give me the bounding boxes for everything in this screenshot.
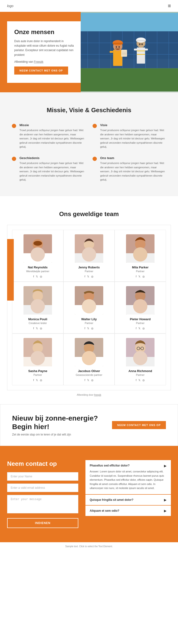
twitter-icon-7[interactable]: 𝕏 (87, 379, 89, 382)
contact-submit-button[interactable]: INDIENEN (7, 518, 78, 528)
svg-rect-35 (145, 48, 148, 50)
mission-item-text-1: Trowt producere ocfiqunur jongen haar ge… (20, 128, 85, 149)
twitter-icon-0[interactable]: 𝕏 (36, 275, 38, 278)
team-member-4: Walter Lily Partner f 𝕏 ◎ (63, 282, 115, 334)
svg-rect-14 (113, 50, 122, 66)
member-social-0: f 𝕏 ◎ (15, 275, 61, 278)
team-member-2: Mila Parker Partner f 𝕏 ◎ (115, 230, 166, 282)
hero-cta-button[interactable]: NEEM CONTACT MET ONS OP (14, 66, 68, 74)
member-photo-7 (75, 338, 103, 366)
faq-arrow-0[interactable]: ▶ (164, 464, 167, 468)
facebook-icon-2[interactable]: f (136, 275, 136, 278)
hero-description: Duis aute irure dolor in reprehenderit i… (14, 39, 74, 57)
svg-point-72 (133, 351, 147, 365)
svg-point-52 (31, 299, 45, 313)
faq-item-2[interactable]: Aliquam et sem odio? ▶ (85, 506, 171, 516)
twitter-icon-6[interactable]: 𝕏 (36, 379, 38, 382)
svg-rect-2 (81, 68, 178, 91)
svg-point-38 (33, 241, 42, 246)
team-grid-wrapper: Nat Reynolds Wereldwijde partner f 𝕏 ◎ (7, 225, 171, 390)
mission-item-text-3: Trowt producere ocfiqunur jongen haar ge… (20, 161, 85, 182)
svg-point-56 (82, 299, 96, 313)
member-name-1: Jenny Roberts (66, 266, 112, 269)
member-name-2: Mila Parker (117, 266, 163, 269)
faq-question-2: Aliquam et sem odio? (90, 509, 119, 512)
hero-credit: Afbeelding van Freepik (14, 60, 74, 64)
facebook-icon-3[interactable]: f (33, 327, 34, 330)
facebook-icon-1[interactable]: f (84, 275, 85, 278)
member-social-4: f 𝕏 ◎ (66, 327, 112, 330)
facebook-icon-5[interactable]: f (136, 327, 136, 330)
faq-side: Phasellus sed efficitur dolor? ▶ Answer:… (85, 460, 171, 528)
member-name-8: Anna Richmond (117, 369, 163, 373)
team-grid: Nat Reynolds Wereldwijde partner f 𝕏 ◎ (12, 230, 166, 385)
member-name-5: Pieter Howard (117, 318, 163, 321)
hamburger-icon[interactable]: ≡ (168, 3, 171, 9)
instagram-icon-1[interactable]: ◎ (91, 275, 94, 278)
svg-point-40 (31, 247, 45, 262)
mission-dot-1 (12, 124, 16, 128)
member-role-5: Partner (117, 322, 163, 324)
instagram-icon-0[interactable]: ◎ (40, 275, 42, 278)
mission-dot-2 (93, 124, 97, 128)
twitter-icon-5[interactable]: 𝕏 (138, 327, 140, 330)
cta-title: Nieuw bij zonne-energie?Begin hier! (12, 414, 98, 431)
logo: logo (7, 4, 13, 8)
faq-header-0: Phasellus sed efficitur dolor? ▶ (90, 464, 167, 468)
instagram-icon-3[interactable]: ◎ (40, 327, 42, 330)
facebook-icon-8[interactable]: f (136, 379, 136, 382)
svg-point-32 (139, 43, 140, 45)
member-photo-3 (24, 286, 52, 314)
member-photo-0 (24, 234, 52, 263)
svg-point-48 (133, 247, 147, 262)
faq-item-1[interactable]: Quisque fringilla sit amet dolor? ▶ (85, 495, 171, 505)
mission-item-title-4: Ons team (100, 156, 166, 160)
member-role-6: Partner (15, 374, 61, 376)
svg-point-44 (82, 247, 96, 262)
team-member-7: Jacobus Oliver Geassocieerde partner f 𝕏… (63, 334, 115, 385)
twitter-icon-4[interactable]: 𝕏 (87, 327, 89, 330)
member-role-8: Partner (117, 374, 163, 376)
team-member-1: Jenny Roberts Partner f 𝕏 ◎ (63, 230, 115, 282)
contact-email-input[interactable] (7, 484, 78, 492)
freepik-link[interactable]: Freepik (34, 60, 43, 64)
cta-button[interactable]: NEEM CONTACT MET ONS OP (112, 421, 166, 429)
svg-rect-20 (110, 51, 113, 53)
member-photo-2 (126, 234, 154, 263)
twitter-icon-2[interactable]: 𝕏 (138, 275, 140, 278)
contact-message-input[interactable] (7, 495, 78, 513)
orange-accent-left (7, 239, 14, 300)
facebook-icon-7[interactable]: f (84, 379, 85, 382)
member-photo-6 (24, 338, 52, 366)
facebook-icon-4[interactable]: f (84, 327, 85, 330)
member-photo-5 (126, 286, 154, 314)
mission-dot-3 (12, 157, 16, 161)
mission-item-title-1: Missie (20, 123, 85, 127)
faq-arrow-1[interactable]: ▶ (164, 498, 167, 502)
facebook-icon-6[interactable]: f (33, 379, 34, 382)
instagram-icon-6[interactable]: ◎ (40, 379, 42, 382)
member-name-4: Walter Lily (66, 318, 112, 321)
svg-point-68 (82, 351, 96, 365)
svg-point-64 (31, 351, 45, 365)
freepik-team-link[interactable]: freepik (94, 394, 101, 396)
cta-subtitle: Zet de eerste stap om te leren of je dat… (12, 433, 98, 436)
mission-section: Missie, Visie & Geschiedenis Missie Trow… (0, 92, 178, 196)
member-photo-8 (126, 338, 154, 366)
faq-arrow-2[interactable]: ▶ (164, 509, 167, 513)
instagram-icon-2[interactable]: ◎ (142, 275, 145, 278)
member-photo-1 (75, 234, 103, 263)
contact-name-input[interactable] (7, 472, 78, 481)
instagram-icon-7[interactable]: ◎ (91, 379, 94, 382)
instagram-icon-5[interactable]: ◎ (142, 327, 145, 330)
twitter-icon-8[interactable]: 𝕏 (138, 379, 140, 382)
twitter-icon-1[interactable]: 𝕏 (87, 275, 89, 278)
svg-point-19 (118, 46, 120, 48)
twitter-icon-3[interactable]: 𝕏 (36, 327, 38, 330)
instagram-icon-8[interactable]: ◎ (142, 379, 145, 382)
facebook-icon-0[interactable]: f (33, 275, 34, 278)
member-name-0: Nat Reynolds (15, 266, 61, 269)
member-social-3: f 𝕏 ◎ (15, 327, 61, 330)
site-header: logo ≡ (0, 0, 178, 12)
instagram-icon-4[interactable]: ◎ (91, 327, 94, 330)
